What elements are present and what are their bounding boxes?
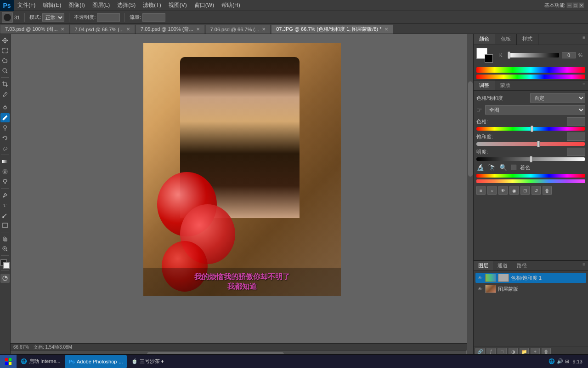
menu-window[interactable]: 窗口(W) [191,0,218,11]
tool-history[interactable] [0,133,10,143]
start-button[interactable] [0,355,17,368]
sat-thumb[interactable] [537,141,540,147]
eyedropper-2-icon[interactable]: 🔭 [488,164,496,171]
sat-slider-track[interactable] [476,142,585,146]
tab-masks[interactable]: 蒙版 [495,80,516,90]
tool-pen[interactable] [0,190,10,200]
hue-slider-track[interactable] [476,127,585,131]
menu-edit[interactable]: 编辑(E) [39,0,65,11]
tab-channels[interactable]: 通道 [493,261,512,270]
tab-1[interactable]: 7.04.psd @ 66.7% (... ✕ [70,24,136,34]
colorize-checkbox[interactable] [511,165,516,170]
menu-select[interactable]: 选择(S) [113,0,139,11]
tab-3[interactable]: 7.06.psd @ 66.7% (... ✕ [205,24,271,34]
tab-swatches[interactable]: 色板 [495,34,517,45]
quick-mask-button[interactable] [0,274,10,283]
taskbar-other[interactable]: 🍵 三号沙茶 ♦ [128,355,168,368]
menu-image[interactable]: 图像(I) [65,0,88,11]
adj-btn-eye[interactable]: 👁 [498,186,508,195]
tool-clone[interactable] [0,123,10,132]
color-background[interactable] [485,54,493,63]
tab-0[interactable]: 7.03.psd @ 100% (图... ✕ [0,24,69,34]
adj-btn-mode[interactable]: ⊡ [520,186,530,195]
menu-file[interactable]: 文件(F) [14,0,39,11]
tab-3-close[interactable]: ✕ [262,27,266,32]
tool-move[interactable] [0,36,10,45]
k-value-input[interactable] [562,52,576,58]
adj-btn-display[interactable]: ◉ [509,186,519,195]
color-spectrum-bar[interactable] [476,67,585,73]
channel-select[interactable]: 全图 [485,105,585,115]
tool-crop[interactable] [0,80,10,89]
v-scroll-thumb[interactable] [468,81,473,176]
color-gradient-bar[interactable] [476,75,585,79]
background-color[interactable] [3,262,10,269]
tool-quickselect[interactable] [0,66,10,75]
k-slider-track[interactable] [508,53,559,58]
adj-btn-layers[interactable]: ≡ [476,186,486,195]
tab-2-close[interactable]: ✕ [196,27,200,32]
tool-blur[interactable] [0,167,10,176]
tool-text[interactable]: T [0,201,10,210]
bright-slider-track[interactable] [476,157,585,161]
foreground-background[interactable] [0,259,10,269]
tool-brush[interactable] [0,113,10,122]
brush-preview[interactable] [2,12,13,23]
adj-btn-channel[interactable]: ○ [487,186,497,195]
tool-hand[interactable] [0,234,10,243]
tool-marquee[interactable] [0,46,10,55]
hue-value-input[interactable]: 5 [567,117,585,126]
tab-1-close[interactable]: ✕ [126,27,130,32]
tab-adjustments[interactable]: 调整 [474,80,495,90]
tab-4-close[interactable]: ✕ [384,27,388,32]
sat-value-input[interactable]: 19 [567,132,585,141]
tab-paths[interactable]: 路径 [512,261,531,270]
svg-rect-0 [3,48,7,53]
bright-thumb[interactable] [530,156,532,162]
tab-color[interactable]: 颜色 [474,34,495,45]
canvas-container[interactable]: 我的烦恼我的骄傲你却不明了 我都知道 [11,34,473,357]
taskbar-internet[interactable]: 🌐 启动 Interne... [17,355,64,368]
close-button[interactable]: ✕ [578,2,584,8]
adj-btn-delete[interactable]: 🗑 [543,186,552,195]
hue-thumb[interactable] [531,126,533,132]
layers-options[interactable]: ≡ [580,261,588,270]
color-fg-bg[interactable] [476,48,493,63]
restore-button[interactable]: □ [572,2,578,8]
tab-0-close[interactable]: ✕ [61,27,64,32]
tool-eyedropper[interactable] [0,90,10,99]
tab-4[interactable]: 07.JPG @ 66.7% (色相/饱和度 1, 图层蒙版/8) * ✕ [271,24,393,34]
adj-btn-reset[interactable]: ↺ [531,186,541,195]
layer-eye-0[interactable]: 👁 [477,275,483,281]
eyedropper-1-icon[interactable]: 🔬 [476,164,484,171]
tab-styles[interactable]: 样式 [517,34,538,45]
bright-value-input[interactable]: 0 [567,148,585,156]
tool-dodge[interactable] [0,177,10,186]
tool-shape[interactable] [0,221,10,230]
menu-help[interactable]: 帮助(H) [218,0,244,11]
color-panel-options[interactable]: ≡ [580,34,588,45]
tool-pathselect[interactable] [0,211,10,220]
menu-view[interactable]: 视图(V) [165,0,191,11]
mode-select[interactable]: 正常 [42,13,64,22]
layer-item-1[interactable]: 👁 图层蒙版 [475,284,586,294]
eyedropper-3-icon[interactable]: 🔍 [499,164,507,171]
tool-heal[interactable] [0,103,10,112]
opacity-input[interactable]: 41% [97,13,120,22]
tool-eraser[interactable] [0,144,10,153]
taskbar-photoshop[interactable]: Ps Adobe Photoshop ... [65,355,126,368]
minimize-button[interactable]: ─ [566,2,572,8]
tool-lasso[interactable] [0,56,10,65]
menu-filter[interactable]: 滤镜(T) [139,0,164,11]
tool-gradient[interactable] [0,157,10,166]
adj-preset-select[interactable]: 自定 [530,93,586,103]
tab-layers[interactable]: 图层 [474,261,493,270]
layer-eye-1[interactable]: 👁 [477,286,483,292]
menu-layer[interactable]: 图层(L) [89,0,114,11]
vertical-scrollbar[interactable] [467,34,473,351]
layer-item-0[interactable]: 👁 色相/饱和度 1 [475,273,586,283]
flow-input[interactable]: 100% [142,13,165,22]
adj-panel-options[interactable]: ≡ [580,80,588,90]
tool-zoom[interactable] [0,244,10,253]
tab-2[interactable]: 7.05.psd @ 100% (背... ✕ [136,24,205,34]
